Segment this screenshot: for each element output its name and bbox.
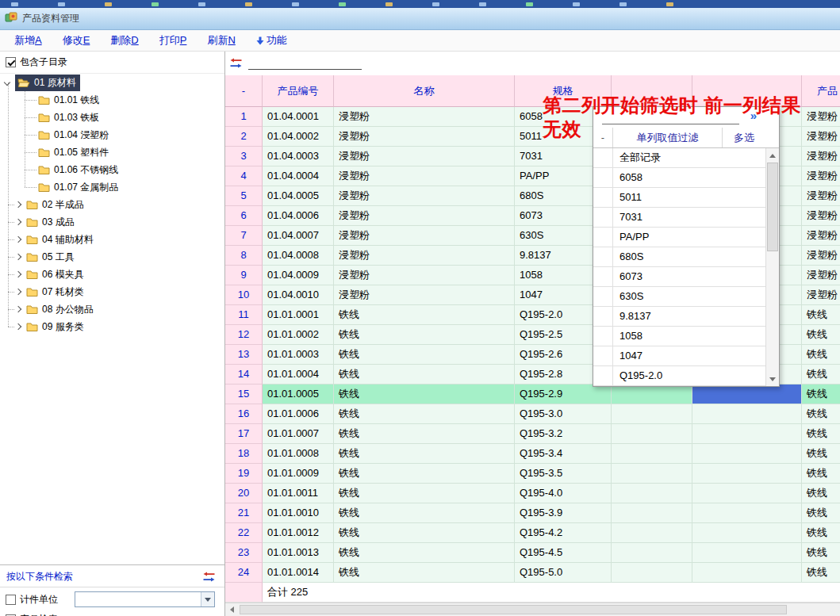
table-cell[interactable]: Q195-4.5	[515, 543, 612, 563]
table-cell[interactable]: 铁线	[802, 404, 840, 424]
table-cell[interactable]	[612, 424, 692, 444]
table-cell[interactable]: Q195-2.9	[515, 385, 612, 404]
row-number-cell[interactable]: 12	[225, 325, 263, 345]
table-cell[interactable]: 浸塑粉	[334, 226, 515, 246]
row-number-cell[interactable]: 20	[225, 484, 263, 503]
row-number-cell[interactable]: 22	[225, 523, 263, 543]
row-number-cell[interactable]: 15	[225, 385, 263, 404]
table-cell[interactable]: 浸塑粉	[802, 186, 840, 206]
table-cell[interactable]	[692, 503, 802, 523]
table-cell[interactable]: 01.01.0011	[263, 484, 334, 503]
table-cell[interactable]: 铁线	[334, 444, 515, 464]
tree-item[interactable]: 06 模夹具	[0, 266, 224, 283]
row-number-cell[interactable]: 1	[225, 107, 263, 127]
row-number-cell[interactable]: 16	[225, 404, 263, 424]
table-cell[interactable]: Q195-3.9	[515, 503, 612, 523]
swap-arrows-icon[interactable]	[230, 58, 242, 68]
table-cell[interactable]: 01.04.0007	[263, 226, 334, 246]
table-cell[interactable]: 浸塑粉	[334, 107, 515, 127]
table-cell[interactable]: 01.04.0004	[263, 166, 334, 186]
table-cell[interactable]: 01.04.0010	[263, 285, 334, 305]
row-number-cell[interactable]: 9	[225, 266, 263, 285]
table-cell[interactable]: 铁线	[802, 484, 840, 503]
table-cell[interactable]: 铁线	[334, 484, 515, 503]
table-cell[interactable]: Q195-3.5	[515, 464, 612, 484]
scroll-up-button[interactable]	[766, 150, 779, 161]
table-cell[interactable]: 浸塑粉	[334, 166, 515, 186]
table-cell[interactable]: 01.04.0006	[263, 206, 334, 226]
tree-item[interactable]: 01.06 不锈钢线	[0, 161, 224, 178]
table-cell[interactable]	[612, 563, 692, 583]
table-cell[interactable]	[612, 464, 692, 484]
filter-option[interactable]: 7031	[593, 208, 765, 228]
tree-item[interactable]: 03 成品	[0, 213, 224, 231]
row-number-cell[interactable]: 2	[225, 127, 263, 147]
tree-item[interactable]: 05 工具	[0, 248, 224, 266]
row-number-cell[interactable]: 14	[225, 365, 263, 385]
table-cell[interactable]: 01.01.0012	[263, 523, 334, 543]
chevron-right-icon[interactable]	[14, 270, 22, 278]
chevron-right-icon[interactable]	[14, 201, 22, 209]
table-cell[interactable]: 浸塑粉	[802, 266, 840, 285]
table-cell[interactable]: 01.01.0009	[263, 464, 334, 484]
filter-option[interactable]: PA/PP	[593, 228, 765, 247]
table-cell[interactable]: 铁线	[802, 365, 840, 385]
scroll-down-button[interactable]	[766, 373, 779, 385]
table-cell[interactable]: 01.01.0006	[263, 404, 334, 424]
table-cell[interactable]: 01.04.0001	[263, 107, 334, 127]
popup-scrollbar-thumb[interactable]	[767, 163, 778, 251]
filter-option[interactable]: Q195-2.0	[593, 366, 765, 386]
table-cell[interactable]: 铁线	[334, 325, 515, 345]
table-cell[interactable]: 浸塑粉	[334, 246, 515, 266]
scrollbar-thumb[interactable]	[240, 605, 787, 614]
tree-item[interactable]: 08 办公物品	[0, 300, 224, 318]
table-cell[interactable]: 铁线	[802, 563, 840, 583]
refresh-button[interactable]: 刷新N	[207, 33, 235, 48]
table-cell[interactable]: 铁线	[334, 385, 515, 404]
table-cell[interactable]: 铁线	[802, 444, 840, 464]
tree-item[interactable]: 07 耗材类	[0, 283, 224, 300]
table-cell[interactable]: 01.01.0002	[263, 325, 334, 345]
table-cell[interactable]: 铁线	[334, 424, 515, 444]
table-cell[interactable]: 浸塑粉	[334, 266, 515, 285]
tree-item[interactable]: 01.07 金属制品	[0, 178, 224, 196]
filter-option[interactable]: 6058	[593, 168, 765, 188]
table-cell[interactable]: 浸塑粉	[802, 226, 840, 246]
table-cell[interactable]: 铁线	[802, 385, 840, 404]
chevron-right-icon[interactable]	[14, 323, 22, 331]
table-cell[interactable]: 01.04.0009	[263, 266, 334, 285]
selected-cell[interactable]	[692, 385, 802, 404]
table-cell[interactable]: 浸塑粉	[334, 127, 515, 147]
chevron-right-icon[interactable]	[14, 218, 22, 226]
table-cell[interactable]: 铁线	[334, 464, 515, 484]
horizontal-scrollbar[interactable]	[225, 603, 840, 616]
include-subfolders-checkbox[interactable]	[6, 57, 16, 67]
table-cell[interactable]: Q195-4.0	[515, 484, 612, 503]
table-cell[interactable]: 01.01.0004	[263, 365, 334, 385]
chevron-right-icon[interactable]	[14, 235, 22, 243]
table-cell[interactable]: 01.01.0008	[263, 444, 334, 464]
row-number-cell[interactable]: 5	[225, 186, 263, 206]
table-cell[interactable]: 浸塑粉	[802, 246, 840, 266]
chevron-right-icon[interactable]	[14, 253, 22, 261]
row-number-cell[interactable]: 3	[225, 147, 263, 166]
swap-arrows-icon[interactable]	[203, 572, 215, 582]
row-number-cell[interactable]: 11	[225, 305, 263, 325]
tree-item[interactable]: 01.04 浸塑粉	[0, 126, 224, 143]
table-cell[interactable]	[612, 503, 692, 523]
table-cell[interactable]	[692, 543, 802, 563]
tree-item[interactable]: 04 辅助材料	[0, 231, 224, 248]
table-cell[interactable]	[612, 484, 692, 503]
scroll-left-button[interactable]	[225, 603, 239, 616]
row-number-cell[interactable]: 6	[225, 206, 263, 226]
table-cell[interactable]: 01.01.0014	[263, 563, 334, 583]
modify-button[interactable]: 修改E	[63, 33, 90, 48]
table-cell[interactable]: 浸塑粉	[334, 147, 515, 166]
unit-filter-checkbox[interactable]	[6, 595, 16, 605]
table-cell[interactable]: Q195-3.4	[515, 444, 612, 464]
table-cell[interactable]: 浸塑粉	[334, 206, 515, 226]
table-cell[interactable]: Q195-4.2	[515, 523, 612, 543]
add-button[interactable]: 新增A	[14, 33, 42, 48]
row-number-cell[interactable]: 18	[225, 444, 263, 464]
table-cell[interactable]: 铁线	[334, 404, 515, 424]
